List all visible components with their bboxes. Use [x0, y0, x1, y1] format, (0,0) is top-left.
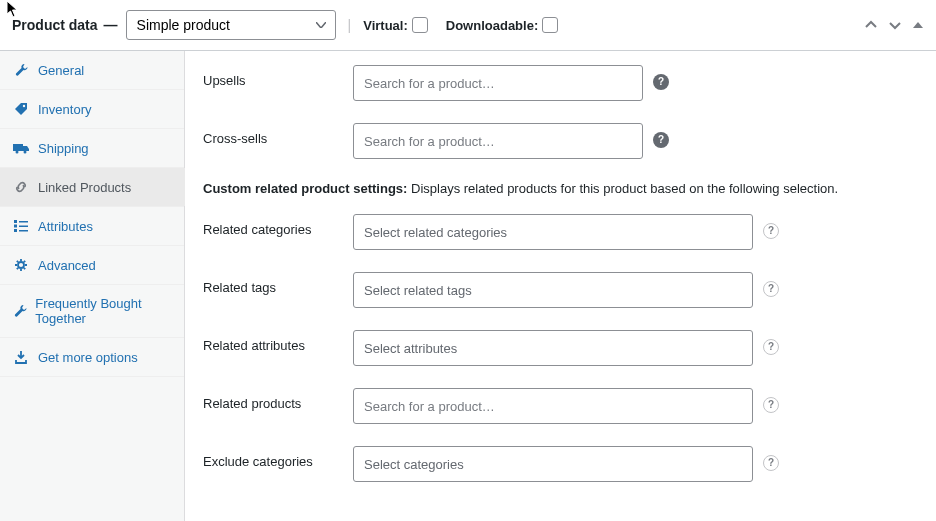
- help-icon[interactable]: ?: [763, 223, 779, 239]
- tab-label: Attributes: [38, 219, 93, 234]
- move-down-icon[interactable]: [888, 18, 902, 32]
- svg-rect-9: [19, 230, 28, 232]
- download-icon: [12, 349, 30, 365]
- svg-rect-5: [19, 221, 28, 223]
- related-products-input[interactable]: [353, 388, 753, 424]
- tab-linked-products[interactable]: Linked Products: [0, 168, 184, 207]
- list-icon: [12, 218, 30, 234]
- related-products-row: Related products ?: [203, 388, 916, 424]
- svg-point-3: [24, 151, 27, 154]
- help-icon[interactable]: ?: [763, 339, 779, 355]
- exclude-categories-select[interactable]: Select categories: [353, 446, 753, 482]
- tab-inventory[interactable]: Inventory: [0, 90, 184, 129]
- upsells-row: Upsells ?: [203, 65, 916, 101]
- related-categories-row: Related categories Select related catego…: [203, 214, 916, 250]
- link-icon: [12, 179, 30, 195]
- related-attributes-row: Related attributes Select attributes ?: [203, 330, 916, 366]
- help-icon[interactable]: ?: [653, 74, 669, 90]
- cross-sells-row: Cross-sells ?: [203, 123, 916, 159]
- panel-body: General Inventory Shipping Linked Produc…: [0, 51, 936, 521]
- virtual-checkbox[interactable]: [412, 17, 428, 33]
- tab-label: Shipping: [38, 141, 89, 156]
- svg-rect-7: [19, 226, 28, 228]
- svg-rect-8: [14, 229, 17, 232]
- downloadable-checkbox[interactable]: [542, 17, 558, 33]
- related-attributes-select[interactable]: Select attributes: [353, 330, 753, 366]
- tab-label: Frequently Bought Together: [35, 296, 172, 326]
- upsells-label: Upsells: [203, 65, 353, 88]
- related-attributes-label: Related attributes: [203, 330, 353, 353]
- related-tags-label: Related tags: [203, 272, 353, 295]
- tab-label: Get more options: [38, 350, 138, 365]
- related-categories-label: Related categories: [203, 214, 353, 237]
- virtual-checkbox-group: Virtual:: [363, 17, 428, 33]
- tab-label: General: [38, 63, 84, 78]
- wrench-icon: [12, 303, 27, 319]
- exclude-categories-row: Exclude categories Select categories ?: [203, 446, 916, 482]
- tab-label: Linked Products: [38, 180, 131, 195]
- cross-sells-label: Cross-sells: [203, 123, 353, 146]
- product-type-select[interactable]: Simple product: [126, 10, 336, 40]
- tab-attributes[interactable]: Attributes: [0, 207, 184, 246]
- svg-rect-4: [14, 220, 17, 223]
- help-icon[interactable]: ?: [763, 455, 779, 471]
- wrench-icon: [12, 62, 30, 78]
- product-data-sidebar: General Inventory Shipping Linked Produc…: [0, 51, 185, 521]
- svg-rect-1: [13, 144, 23, 151]
- title-dash: —: [104, 17, 118, 33]
- svg-rect-6: [14, 225, 17, 228]
- svg-point-0: [23, 105, 25, 107]
- virtual-label: Virtual:: [363, 18, 408, 33]
- svg-point-2: [16, 151, 19, 154]
- tab-label: Inventory: [38, 102, 91, 117]
- custom-related-heading: Custom related product settings: Display…: [203, 181, 916, 196]
- linked-products-content: Upsells ? Cross-sells ? Custom related p…: [185, 51, 936, 521]
- help-icon[interactable]: ?: [763, 397, 779, 413]
- svg-point-10: [18, 262, 24, 268]
- gear-icon: [12, 257, 30, 273]
- help-icon[interactable]: ?: [763, 281, 779, 297]
- tab-label: Advanced: [38, 258, 96, 273]
- tag-icon: [12, 101, 30, 117]
- related-tags-row: Related tags Select related tags ?: [203, 272, 916, 308]
- help-icon[interactable]: ?: [653, 132, 669, 148]
- collapse-icon[interactable]: [912, 19, 924, 31]
- tab-general[interactable]: General: [0, 51, 184, 90]
- tab-shipping[interactable]: Shipping: [0, 129, 184, 168]
- related-tags-select[interactable]: Select related tags: [353, 272, 753, 308]
- tab-get-more-options[interactable]: Get more options: [0, 338, 184, 377]
- exclude-categories-label: Exclude categories: [203, 446, 353, 469]
- upsells-input[interactable]: [353, 65, 643, 101]
- cross-sells-input[interactable]: [353, 123, 643, 159]
- move-up-icon[interactable]: [864, 18, 878, 32]
- downloadable-checkbox-group: Downloadable:: [446, 17, 558, 33]
- tab-frequently-bought-together[interactable]: Frequently Bought Together: [0, 285, 184, 338]
- downloadable-label: Downloadable:: [446, 18, 538, 33]
- related-products-label: Related products: [203, 388, 353, 411]
- truck-icon: [12, 140, 30, 156]
- separator: |: [348, 17, 352, 33]
- panel-header: Product data — Simple product | Virtual:…: [0, 0, 936, 51]
- panel-title: Product data: [12, 17, 98, 33]
- related-categories-select[interactable]: Select related categories: [353, 214, 753, 250]
- tab-advanced[interactable]: Advanced: [0, 246, 184, 285]
